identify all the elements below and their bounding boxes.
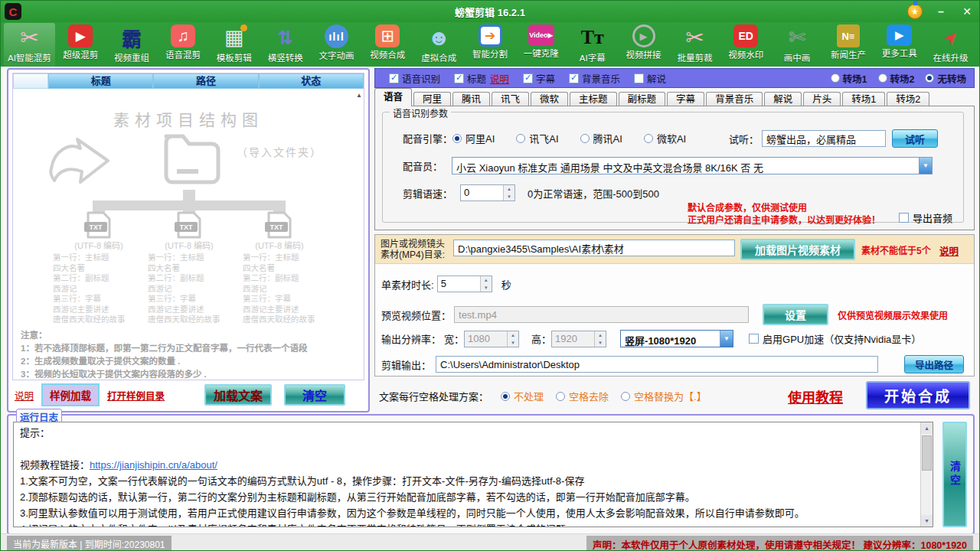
- preview-text-input[interactable]: [762, 130, 886, 147]
- tab-intro[interactable]: 片头: [803, 92, 841, 106]
- clear-log-button[interactable]: 清空: [942, 422, 967, 527]
- tab-main-title[interactable]: 主标题: [570, 92, 617, 106]
- radio-space-keep[interactable]: 不处理: [501, 389, 544, 403]
- help-link[interactable]: 说明: [15, 388, 34, 403]
- medal-badge-icon[interactable]: ★: [907, 4, 923, 19]
- tab-subtitle-2[interactable]: 副标题: [619, 92, 666, 106]
- sample-lines-col-2: 第一行：主标题四大名著 第二行：副标题西游记 第三行：字幕西游记主要讲述 唐僧西…: [148, 253, 247, 325]
- resolution-preset-select[interactable]: 竖屏-1080*1920 ▼: [620, 330, 733, 347]
- resolution-dropdown-arrow-icon: ▼: [720, 331, 733, 347]
- bottom-controls: 文案每行空格处理方案： 不处理 空格去除 空格替换为【.】 使用教程 开始合成: [374, 381, 975, 412]
- preview-position-row: 预览视频位置： 设置 仅供预览视频展示效果使用: [381, 304, 948, 325]
- material-warning-link[interactable]: 说明: [939, 243, 959, 258]
- scroll-up-icon[interactable]: ▲: [921, 422, 933, 434]
- toolbar-item-ai-subtitle[interactable]: Tт AI字幕: [567, 23, 618, 67]
- radio-transition-2[interactable]: 转场2: [878, 71, 915, 86]
- toolbar-item-voice-mix[interactable]: ♫ 语音混剪: [158, 23, 209, 67]
- tutorial-link[interactable]: 使用教程: [788, 386, 843, 406]
- sample-load-button[interactable]: 样例加载: [41, 383, 100, 406]
- close-button[interactable]: ✕: [959, 5, 975, 18]
- toolbar-item-more-tools[interactable]: ▶ 更多工具: [874, 23, 925, 67]
- tab-transition-2[interactable]: 转场2: [887, 92, 929, 106]
- duration-arrows-icon[interactable]: ▲▼: [480, 276, 492, 292]
- settings-button[interactable]: 设置: [763, 304, 828, 325]
- open-sample-dir-link[interactable]: 打开样例目录: [107, 388, 165, 403]
- toolbar-item-virtual-compose[interactable]: ☻ 虚拟合成: [413, 23, 465, 67]
- txt-file-icon-3: TXT: [263, 210, 296, 240]
- radio-engine-xunfei[interactable]: 讯飞AI: [516, 131, 558, 145]
- tab-narration[interactable]: 解说: [764, 92, 802, 106]
- speaker-select[interactable]: 小云 Xiaoyun 标准女声 通用场景 中文及中英文混合场景 8K/16K 否…: [452, 157, 933, 174]
- load-script-button[interactable]: 加载文案: [204, 384, 272, 406]
- table-header: 标题 路径 状态: [13, 73, 364, 89]
- radio-space-remove[interactable]: 空格去除: [556, 389, 609, 403]
- checkbox-gpu[interactable]: 启用GPU加速（仅支持Nvidia显卡）: [749, 331, 921, 346]
- scroll-thumb[interactable]: [922, 435, 932, 471]
- tab-captions[interactable]: 字幕: [667, 92, 704, 106]
- toolbar-item-batch-crop[interactable]: ✂ 批量剪裁: [669, 23, 720, 67]
- toolbar-item-video-recombine[interactable]: 霸 视频重组: [106, 23, 158, 67]
- space-handling-options: 文案每行空格处理方案： 不处理 空格去除 空格替换为【.】: [379, 389, 707, 403]
- toolbar-item-orientation-convert[interactable]: ⇅ 横竖转换: [260, 23, 311, 67]
- toolbar-item-video-splice[interactable]: ▶ 视频拼接: [618, 23, 669, 67]
- radio-space-replace[interactable]: 空格替换为【.】: [621, 389, 707, 403]
- checkbox-voice-recognition[interactable]: 语音识别: [389, 71, 440, 86]
- tab-ali[interactable]: 阿里: [413, 92, 451, 106]
- column-title[interactable]: 标题: [48, 73, 153, 89]
- text-animation-icon: ılıl: [325, 24, 348, 48]
- toolbar-item-text-animation[interactable]: ılıl 文字动画: [311, 23, 362, 67]
- radio-no-transition[interactable]: 无转场: [925, 71, 966, 86]
- toolbar-item-online-upgrade[interactable]: ➤ 在线升级: [925, 23, 976, 67]
- width-stepper: 1080 ▲▼: [464, 331, 519, 347]
- radio-engine-ali[interactable]: 阿里AI: [452, 131, 495, 145]
- preview-play-button[interactable]: 试听: [892, 129, 938, 148]
- material-dir-input[interactable]: [453, 240, 735, 256]
- speed-stepper[interactable]: 0 ▲▼: [460, 184, 515, 201]
- clear-script-button[interactable]: 清空: [284, 384, 345, 406]
- batch-crop-icon: ✂: [681, 24, 708, 51]
- toolbar-item-video-compose[interactable]: ⊞ 视频合成: [362, 23, 413, 67]
- toolbar-item-ai-smart-mix[interactable]: ✂ AI智能混剪: [4, 23, 55, 67]
- radio-transition-1[interactable]: 转场1: [831, 71, 867, 86]
- checkbox-title[interactable]: 标题: [454, 71, 486, 86]
- title-note-link[interactable]: 说明: [490, 71, 509, 86]
- toolbar-item-one-click-clone[interactable]: Video▶ 一键克隆: [515, 23, 567, 67]
- export-path-button[interactable]: 导出路径: [904, 355, 964, 373]
- toolbar-item-template-edit[interactable]: ▦ 模板剪辑: [208, 23, 260, 67]
- checkbox-subtitle[interactable]: 字幕: [523, 71, 555, 86]
- start-compose-button[interactable]: 开始合成: [866, 381, 970, 409]
- tab-tencent[interactable]: 腾讯: [452, 92, 490, 106]
- duration-stepper[interactable]: 5 ▲▼: [437, 276, 492, 292]
- load-material-button[interactable]: 加载图片视频素材: [740, 239, 855, 260]
- radio-engine-microsoft[interactable]: 微软AI: [644, 131, 686, 145]
- tab-microsoft[interactable]: 微软: [531, 92, 568, 106]
- tutorial-url-link[interactable]: https://jianjishipin.cn/a/about/: [90, 459, 217, 471]
- minimize-button[interactable]: –: [933, 5, 949, 18]
- preview-pos-input[interactable]: [454, 306, 749, 323]
- column-status[interactable]: 状态: [259, 73, 364, 89]
- column-path[interactable]: 路径: [153, 73, 258, 89]
- tab-transition-1[interactable]: 转场1: [842, 92, 885, 106]
- toolbar-item-news-production[interactable]: N≡ 新闻生产: [823, 23, 874, 67]
- engine-row: 配音引擎： 阿里AI 讯飞AI 腾讯AI 微软AI: [403, 131, 707, 145]
- toolbar-item-video-watermark[interactable]: ED 视频水印: [720, 23, 772, 67]
- one-click-clone-icon: Video▶: [528, 24, 554, 46]
- tab-bgm[interactable]: 背景音乐: [706, 92, 763, 106]
- space-label: 文案每行空格处理方案：: [379, 389, 488, 403]
- output-path-input[interactable]: [436, 356, 878, 373]
- stepper-arrows-icon[interactable]: ▲▼: [503, 185, 514, 201]
- scroll-down-icon[interactable]: ▼: [921, 515, 933, 527]
- log-scrollbar[interactable]: ▲ ▼: [920, 422, 933, 527]
- tab-xunfei[interactable]: 讯飞: [492, 92, 529, 106]
- checkbox-export-audio[interactable]: 导出音频: [899, 210, 952, 225]
- toolbar-item-smart-split[interactable]: ➔ 智能分割: [465, 23, 516, 67]
- checkbox-narration[interactable]: 解说: [634, 71, 666, 86]
- toolbar-item-picture-in-picture[interactable]: ✄ 画中画: [772, 23, 823, 67]
- ali-radio-icon: [452, 134, 462, 143]
- checkbox-bgm[interactable]: 背景音乐: [569, 71, 620, 86]
- version-status: 当前为最新版本 | 到期时间:20230801: [7, 536, 172, 551]
- log-output[interactable]: 提示： 视频教程链接：https://jianjishipin.cn/a/abo…: [13, 422, 933, 527]
- radio-engine-tencent[interactable]: 腾讯AI: [580, 131, 622, 145]
- toolbar-item-super-mix[interactable]: ▶ 超级混剪: [55, 23, 106, 67]
- tab-voice[interactable]: 语音: [374, 88, 412, 106]
